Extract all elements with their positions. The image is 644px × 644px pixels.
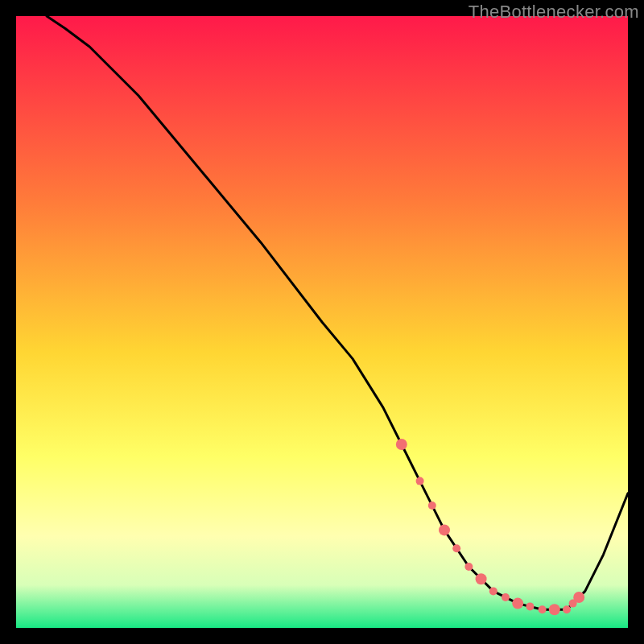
- data-dot: [502, 593, 510, 601]
- chart-stage: TheBottlenecker.com: [0, 0, 644, 644]
- data-dot: [489, 587, 497, 595]
- data-dot: [464, 563, 473, 571]
- data-dot: [416, 477, 424, 485]
- data-dot: [452, 544, 460, 552]
- watermark-text: TheBottlenecker.com: [469, 2, 639, 23]
- data-dot: [539, 605, 547, 613]
- data-dot: [428, 502, 436, 510]
- data-dot: [549, 604, 560, 615]
- data-dot: [476, 573, 487, 584]
- data-dot: [573, 592, 584, 603]
- data-dot: [439, 524, 450, 535]
- data-dot: [526, 602, 534, 610]
- bottleneck-chart: [16, 16, 628, 628]
- data-dot: [396, 439, 407, 450]
- data-dot: [512, 598, 523, 609]
- data-dot: [563, 605, 571, 613]
